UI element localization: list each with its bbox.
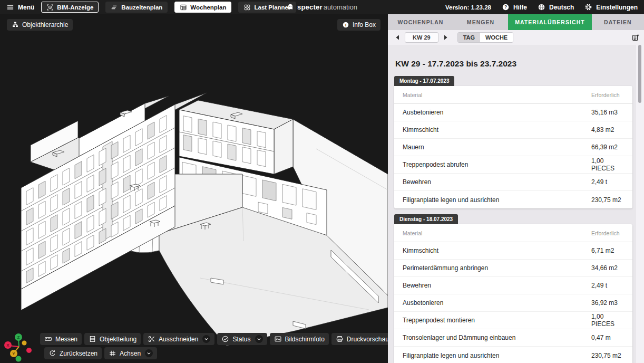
table-row: Kimmschicht6,71 m2 <box>394 242 632 260</box>
panel-tabs: WOCHENPLANMENGENMATERIALÜBERSICHTDATEIEN <box>388 14 644 30</box>
help-icon: ? <box>502 3 510 11</box>
day-section: Montag - 17.07.2023 Material Erforderlic… <box>394 75 632 208</box>
table-row: Mauern66,39 m2 <box>394 139 632 156</box>
reset-view-button[interactable]: Zurücksetzen <box>44 347 102 359</box>
image-icon <box>274 335 282 343</box>
brand-logo: specterautomation <box>287 3 357 11</box>
material-qty-cell: 230,75 m2 <box>591 196 628 204</box>
printer-icon <box>336 335 344 343</box>
svg-text:i: i <box>345 23 346 27</box>
app-window: Menü BIM-Anzeige Bauzeitenplan <box>0 0 644 363</box>
material-name-cell: Treppenpodest abrufen <box>403 161 591 168</box>
material-name-cell: Filigranplatte legen und ausrichten <box>403 196 591 204</box>
table-row: Bewehren2,49 t <box>394 174 632 191</box>
chevron-down-icon[interactable] <box>145 349 153 357</box>
tab-dateien[interactable]: DATEIEN <box>592 14 644 30</box>
building-model <box>0 14 388 363</box>
scissors-icon <box>148 335 155 343</box>
nav-bauzeitenplan[interactable]: Bauzeitenplan <box>105 2 168 13</box>
cut-button[interactable]: Ausschneiden <box>143 333 214 345</box>
axis-y-label: Y <box>12 351 15 356</box>
axis-gizmo[interactable]: Z X Y <box>2 318 35 363</box>
week-prev-button[interactable] <box>393 33 402 42</box>
material-name-cell: Filigranplatte legen und ausrichten <box>403 352 591 359</box>
material-name-cell: Bewehren <box>403 282 591 289</box>
material-qty-cell: 1,00 PIECES <box>591 313 628 328</box>
week-selector-button[interactable]: KW 29 <box>405 32 438 43</box>
week-table-icon <box>180 4 187 11</box>
gear-icon <box>584 3 592 11</box>
table-row: Bewehren2,49 t <box>394 277 632 294</box>
tab-wochenplan[interactable]: WOCHENPLAN <box>388 14 453 30</box>
object-hierarchy-button[interactable]: Objekthierarchie <box>7 19 73 31</box>
print-preview-button[interactable]: Druckvorschau <box>331 333 388 345</box>
column-header-material: Material <box>403 230 591 236</box>
object-hierarchy-label: Objekthierarchie <box>22 21 68 28</box>
material-table: Material Erforderlich Kimmschicht6,71 m2… <box>394 224 632 363</box>
table-row: Ausbetonieren35,16 m3 <box>394 104 632 121</box>
week-heading: KW 29 - 17.7.2023 bis 23.7.2023 <box>395 59 632 69</box>
table-row: Kimmschicht4,83 m2 <box>394 121 632 139</box>
material-table: Material Erforderlich Ausbetonieren35,16… <box>394 86 632 208</box>
nav-label: Wochenplan <box>190 4 226 11</box>
tab-materialübersicht[interactable]: MATERIALÜBERSICHT <box>508 14 592 30</box>
split-boxes-icon <box>89 335 96 343</box>
axes-button[interactable]: Achsen <box>104 347 157 359</box>
settings-label: Einstellungen <box>596 4 638 11</box>
help-button[interactable]: ? Hilfe <box>502 3 527 11</box>
nav-wochenplan[interactable]: Wochenplan <box>174 2 231 13</box>
chevron-down-icon[interactable] <box>202 335 210 343</box>
table-row: Tronsolenlager und Dämmung einbauen0,47 … <box>394 329 632 347</box>
nav-label: Bauzeitenplan <box>121 4 162 11</box>
viewport-toolbar: Messen Objektteilung Ausschneiden <box>40 333 388 359</box>
table-row: Filigranplatte legen und ausrichten230,7… <box>394 347 632 363</box>
add-note-button[interactable] <box>631 33 640 42</box>
material-name-cell: Mauern <box>403 144 591 151</box>
toggle-woche[interactable]: WOCHE <box>480 33 513 42</box>
material-name-cell: Ausbetonieren <box>403 299 591 307</box>
panel-subheader: KW 29 TAG WOCHE <box>388 30 644 45</box>
table-row: Filigranplatte legen und ausrichten230,7… <box>394 191 632 208</box>
table-row: Perimeterdämmung anbringen34,66 m2 <box>394 260 632 277</box>
top-bar: Menü BIM-Anzeige Bauzeitenplan <box>0 0 644 14</box>
side-panel: WOCHENPLANMENGENMATERIALÜBERSICHTDATEIEN… <box>388 14 644 363</box>
nav-label: BIM-Anzeige <box>57 4 93 11</box>
info-box-button[interactable]: i Info Box <box>337 19 380 31</box>
chevron-down-icon[interactable] <box>255 335 263 343</box>
status-button[interactable]: Status <box>217 333 267 345</box>
table-row: Ausbetonieren36,92 m3 <box>394 294 632 312</box>
language-label: Deutsch <box>549 4 574 11</box>
material-qty-cell: 34,66 m2 <box>591 264 628 272</box>
ghost-logo-icon <box>287 3 294 11</box>
hierarchy-icon <box>12 21 19 28</box>
scrollbar-thumb[interactable] <box>638 45 641 103</box>
menu-button[interactable]: Menü <box>6 3 34 11</box>
nav-bim-anzeige[interactable]: BIM-Anzeige <box>41 2 99 13</box>
svg-text:?: ? <box>504 4 507 9</box>
brand-light: automation <box>324 3 357 11</box>
day-section: Dienstag - 18.07.2023 Material Erforderl… <box>394 214 632 363</box>
hash-grid-icon <box>109 349 116 357</box>
gantt-lines-icon <box>111 4 118 11</box>
material-qty-cell: 1,00 PIECES <box>591 157 628 172</box>
reset-rotate-icon <box>48 349 56 357</box>
language-button[interactable]: Deutsch <box>538 3 574 11</box>
material-qty-cell: 2,49 t <box>591 178 628 186</box>
screenshot-button[interactable]: Bildschirmfoto <box>270 333 329 345</box>
material-name-cell: Tronsolenlager und Dämmung einbauen <box>403 334 591 341</box>
week-next-button[interactable] <box>442 33 450 42</box>
help-label: Hilfe <box>513 4 527 11</box>
material-name-cell: Bewehren <box>403 178 591 186</box>
bim-cube-icon <box>46 4 54 11</box>
column-header-required: Erforderlich <box>591 230 628 236</box>
object-split-button[interactable]: Objektteilung <box>84 333 141 345</box>
nav-label: Last Planner <box>254 4 290 11</box>
measure-button[interactable]: Messen <box>40 333 82 345</box>
tab-mengen[interactable]: MENGEN <box>453 14 508 30</box>
3d-viewport[interactable]: Objekthierarchie i Info Box <box>0 14 388 363</box>
panel-content[interactable]: KW 29 - 17.7.2023 bis 23.7.2023 Montag -… <box>388 45 644 363</box>
toggle-tag[interactable]: TAG <box>458 33 480 42</box>
material-qty-cell: 36,92 m3 <box>591 299 628 307</box>
settings-button[interactable]: Einstellungen <box>584 3 638 11</box>
material-qty-cell: 6,71 m2 <box>591 247 628 254</box>
